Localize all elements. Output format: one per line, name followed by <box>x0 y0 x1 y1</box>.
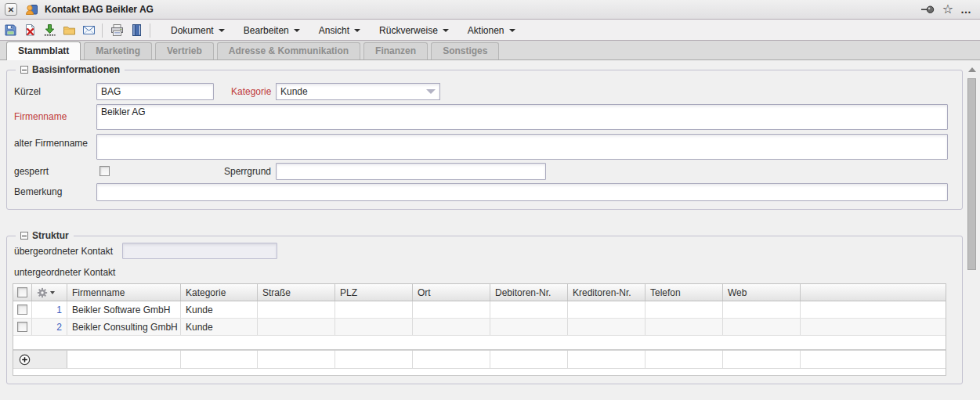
open-folder-button[interactable] <box>60 22 78 39</box>
archive-button[interactable] <box>127 22 146 39</box>
cell-web[interactable] <box>723 301 801 318</box>
print-button[interactable] <box>107 22 126 39</box>
select-all-header-cell[interactable] <box>13 284 32 301</box>
scroll-up-arrow-icon[interactable] <box>968 67 976 72</box>
column-header-plz[interactable]: PLZ <box>335 284 413 301</box>
column-header-strasse[interactable]: Straße <box>258 284 335 301</box>
row-checkbox[interactable] <box>17 322 27 332</box>
cell-firmenname[interactable]: Beikler Consulting GmbH <box>67 319 181 335</box>
email-icon <box>82 23 96 37</box>
fieldset-legend: Struktur <box>16 230 74 241</box>
add-row-cell[interactable] <box>13 351 67 368</box>
kategorie-label: Kategorie <box>231 86 271 97</box>
contact-icon <box>25 3 38 16</box>
new-row-cell[interactable] <box>181 351 258 368</box>
cell-firmenname[interactable]: Beikler Software GmbH <box>67 301 181 318</box>
save-button[interactable] <box>1 22 20 39</box>
column-header-debitoren-nr[interactable]: Debitoren-Nr. <box>490 284 568 301</box>
pin-icon <box>920 4 935 16</box>
menu-dokument[interactable]: Dokument <box>161 22 234 39</box>
row-select-cell[interactable] <box>13 319 32 335</box>
more-options-button[interactable]: … <box>960 5 972 13</box>
bemerkung-label: Bemerkung <box>14 186 62 197</box>
row-select-cell[interactable] <box>13 301 32 318</box>
cell-telefon[interactable] <box>645 319 723 335</box>
column-header-web[interactable]: Web <box>723 284 801 301</box>
new-row-cell[interactable] <box>568 351 645 368</box>
tab-vertrieb[interactable]: Vertrieb <box>155 42 214 59</box>
cell-kreditoren-nr[interactable] <box>568 301 645 318</box>
column-settings-header-cell[interactable] <box>32 284 67 301</box>
uebergeordneter-kontakt-input[interactable] <box>122 243 277 259</box>
titlebar: ✕ Kontakt BAG Beikler AG ☆ … <box>0 0 980 20</box>
new-row-cell[interactable] <box>723 351 801 368</box>
cell-plz[interactable] <box>335 319 413 335</box>
row-checkbox[interactable] <box>17 305 27 315</box>
cell-strasse[interactable] <box>258 301 335 318</box>
cell-kategorie[interactable]: Kunde <box>181 301 258 318</box>
sperrgrund-label: Sperrgrund <box>224 166 271 177</box>
cell-debitoren-nr[interactable] <box>490 301 568 318</box>
new-row-cell[interactable] <box>335 351 413 368</box>
kategorie-dropdown[interactable]: Kunde <box>276 83 440 100</box>
export-button[interactable] <box>40 22 59 39</box>
pin-button[interactable] <box>920 4 935 16</box>
add-row-icon <box>19 354 31 366</box>
cell-ort[interactable] <box>413 319 490 335</box>
new-row-cell[interactable] <box>258 351 335 368</box>
new-row-cell[interactable] <box>67 351 181 368</box>
cell-plz[interactable] <box>335 301 413 318</box>
untergeordnete-kontakte-table: Firmenname Kategorie Straße PLZ Ort Debi… <box>13 283 946 376</box>
tab-sonstiges[interactable]: Sonstiges <box>431 42 499 59</box>
cell-web[interactable] <box>723 319 801 335</box>
alter-firmenname-label: alter Firmenname <box>14 138 88 149</box>
tab-stammblatt[interactable]: Stammblatt <box>6 41 81 60</box>
toolbar: Dokument Bearbeiten Ansicht Rückverweise… <box>0 20 980 41</box>
table-new-row <box>13 351 946 369</box>
sperrgrund-input[interactable] <box>276 163 546 180</box>
cell-telefon[interactable] <box>645 301 723 318</box>
new-row-cell[interactable] <box>645 351 723 368</box>
new-row-cell[interactable] <box>490 351 568 368</box>
menu-aktionen[interactable]: Aktionen <box>458 22 525 39</box>
menu-bearbeiten[interactable]: Bearbeiten <box>234 22 309 39</box>
chevron-down-icon <box>50 291 55 294</box>
row-number-link[interactable]: 2 <box>32 319 67 335</box>
delete-document-button[interactable] <box>20 22 39 39</box>
cell-kreditoren-nr[interactable] <box>568 319 645 335</box>
menu-rueckverweise[interactable]: Rückverweise <box>370 22 458 39</box>
column-header-ort[interactable]: Ort <box>413 284 490 301</box>
column-header-firmenname[interactable]: Firmenname <box>67 284 181 301</box>
tab-adresse-kommunikation[interactable]: Adresse & Kommunikation <box>217 42 360 59</box>
select-all-checkbox[interactable] <box>17 287 27 297</box>
table-empty-area <box>13 336 946 349</box>
column-header-kategorie[interactable]: Kategorie <box>181 284 258 301</box>
gesperrt-checkbox[interactable] <box>99 166 110 176</box>
cell-debitoren-nr[interactable] <box>490 319 568 335</box>
close-button[interactable]: ✕ <box>5 3 17 16</box>
tab-finanzen[interactable]: Finanzen <box>363 42 428 59</box>
table-row[interactable]: 1 Beikler Software GmbH Kunde <box>13 301 946 319</box>
scrollbar-thumb[interactable] <box>967 78 976 270</box>
column-header-kreditoren-nr[interactable]: Kreditoren-Nr. <box>568 284 645 301</box>
firmenname-textarea[interactable]: Beikler AG <box>96 104 948 130</box>
collapse-icon[interactable] <box>20 232 28 240</box>
cell-strasse[interactable] <box>258 319 335 335</box>
menu-ansicht[interactable]: Ansicht <box>309 22 370 39</box>
delete-document-icon <box>24 23 37 37</box>
new-row-cell[interactable] <box>413 351 490 368</box>
bemerkung-input[interactable] <box>96 183 948 201</box>
table-row[interactable]: 2 Beikler Consulting GmbH Kunde <box>13 319 946 336</box>
cell-kategorie[interactable]: Kunde <box>181 319 258 335</box>
row-number-link[interactable]: 1 <box>32 301 67 318</box>
column-header-telefon[interactable]: Telefon <box>645 284 723 301</box>
collapse-icon[interactable] <box>20 66 28 74</box>
kuerzel-input[interactable] <box>96 83 214 100</box>
email-button[interactable] <box>79 22 98 39</box>
alter-firmenname-textarea[interactable] <box>96 134 948 160</box>
tab-marketing[interactable]: Marketing <box>84 42 152 59</box>
kuerzel-label: Kürzel <box>14 86 41 97</box>
vertical-scrollbar[interactable] <box>967 64 977 385</box>
favorite-star-button[interactable]: ☆ <box>942 4 953 15</box>
cell-ort[interactable] <box>413 301 490 318</box>
